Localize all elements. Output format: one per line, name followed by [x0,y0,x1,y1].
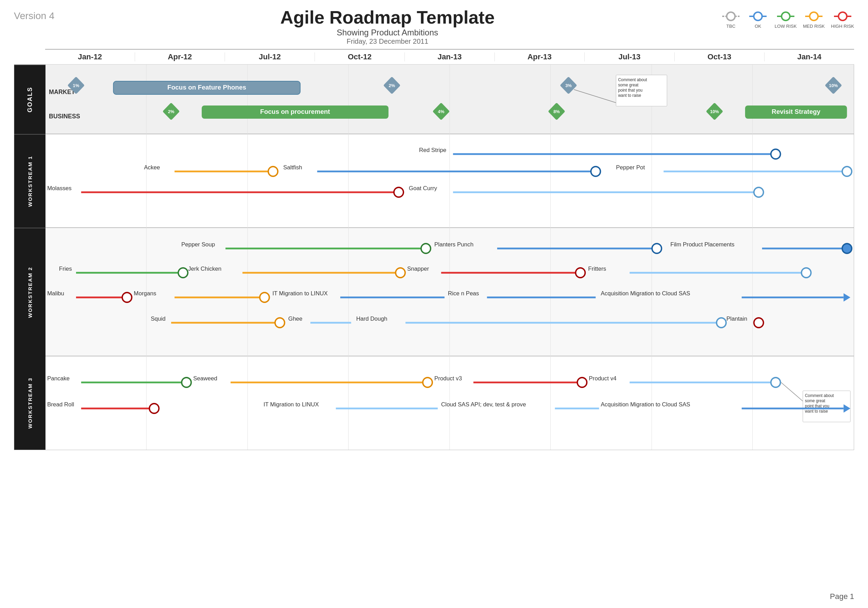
svg-text:Fritters: Fritters [588,266,606,272]
svg-point-121 [423,377,432,387]
timeline-col-apr13: Apr-13 [495,53,585,62]
ws3-label: WORKSTREAM 3 [14,356,45,450]
med-risk-icon [803,11,824,22]
svg-point-80 [842,244,852,253]
legend: TBC OK LOW RISK [721,11,854,29]
svg-point-62 [591,167,600,176]
version-label: Version 4 [14,11,54,22]
svg-point-92 [801,268,811,278]
svg-point-95 [122,292,132,302]
svg-point-74 [421,244,431,253]
svg-point-77 [652,244,662,253]
high-risk-label: HIGH RISK [831,23,854,29]
svg-text:Comment about: Comment about [618,77,647,82]
svg-text:some great: some great [618,83,639,87]
svg-text:want to raise: want to raise [804,409,828,414]
ws1-label: WORKSTREAM 1 [14,134,45,227]
chart-svg: .gl { stroke:#e0e0e0; stroke-width:1; } … [45,65,854,450]
svg-text:Ghee: Ghee [288,316,302,322]
page: Version 4 Agile Roadmap Template Showing… [0,0,868,608]
svg-text:Hard Dough: Hard Dough [356,316,388,322]
svg-point-56 [771,149,780,159]
svg-text:IT Migration to LINUX: IT Migration to LINUX [264,401,319,408]
svg-text:Product v3: Product v3 [434,375,462,382]
legend-ok: OK [747,11,768,29]
svg-text:Pepper Soup: Pepper Soup [181,241,215,248]
svg-text:Film Product Placements: Film Product Placements [670,241,735,248]
svg-point-108 [275,318,284,328]
timeline-col-jan14: Jan-14 [764,53,854,62]
svg-text:1%: 1% [73,83,79,88]
svg-text:Molasses: Molasses [47,185,71,192]
svg-text:want to raise: want to raise [618,93,641,98]
svg-point-68 [394,187,403,197]
ok-icon [747,11,768,22]
legend-low-risk: LOW RISK [775,11,797,29]
svg-point-1 [727,12,735,20]
legend-med-risk: MED RISK [803,11,825,29]
timeline-col-jul13: Jul-13 [585,53,674,62]
svg-point-98 [260,292,269,302]
svg-text:2%: 2% [168,109,175,114]
high-risk-icon [832,11,853,22]
svg-text:Goat Curry: Goat Curry [409,185,437,192]
main-title: Agile Roadmap Template [54,7,721,28]
svg-text:10%: 10% [710,109,719,114]
svg-point-5 [781,12,790,20]
ok-label: OK [755,23,761,29]
svg-text:Snapper: Snapper [407,266,429,272]
svg-point-86 [395,268,405,278]
subtitle: Showing Product Ambitions [54,28,721,37]
svg-text:Cloud SAS API; dev, test & pro: Cloud SAS API; dev, test & prove [441,401,526,408]
svg-point-127 [771,377,780,387]
svg-text:Bread Roll: Bread Roll [47,401,74,408]
svg-text:4%: 4% [438,109,445,114]
svg-text:Acquisition Migration to Cloud: Acquisition Migration to Cloud SAS [601,290,690,297]
svg-point-113 [717,318,726,328]
svg-text:Plantain: Plantain [726,316,747,322]
svg-text:Acquisition Migration to Cloud: Acquisition Migration to Cloud SAS [601,401,690,408]
svg-point-83 [178,268,188,278]
svg-text:3%: 3% [565,83,572,88]
legend-high-risk: HIGH RISK [831,11,854,29]
svg-text:BUSINESS: BUSINESS [49,113,80,120]
svg-text:Rice n Peas: Rice n Peas [448,290,479,297]
low-risk-icon [775,11,796,22]
timeline-col-jan12: Jan-12 [45,53,135,62]
svg-text:Red Stripe: Red Stripe [419,147,446,153]
svg-point-118 [181,377,191,387]
tbc-label: TBC [726,23,735,29]
svg-text:Fries: Fries [59,266,72,272]
timeline-header: Jan-12 Apr-12 Jul-12 Oct-12 Jan-13 Apr-1… [45,49,854,65]
svg-point-65 [842,167,852,176]
svg-text:Focus on procurement: Focus on procurement [260,108,330,115]
svg-text:Morgans: Morgans [134,290,156,297]
svg-text:8%: 8% [553,109,560,114]
page-number: Page 1 [830,592,854,601]
svg-text:point that you: point that you [618,88,642,93]
svg-text:Pancake: Pancake [47,375,70,382]
svg-text:IT Migration to LINUX: IT Migration to LINUX [272,290,327,297]
timeline-col-oct13: Oct-13 [674,53,764,62]
goals-label: GOALS [14,65,45,134]
timeline-col-jul12: Jul-12 [225,53,315,62]
tbc-icon [721,11,741,22]
svg-text:Saltfish: Saltfish [283,164,302,171]
timeline-col-apr12: Apr-12 [135,53,225,62]
legend-tbc: TBC [721,11,741,29]
svg-text:Revisit Strategy: Revisit Strategy [772,108,821,115]
main-content: GOALS WORKSTREAM 1 WORKSTREAM 2 WORKSTRE… [14,65,854,450]
svg-text:Pepper Pot: Pepper Pot [616,164,645,171]
svg-point-71 [754,187,763,197]
chart-area: .gl { stroke:#e0e0e0; stroke-width:1; } … [45,65,854,450]
timeline-col-jan13: Jan-13 [405,53,495,62]
svg-point-9 [839,12,847,20]
svg-text:Jerk Chicken: Jerk Chicken [188,266,222,272]
svg-text:some great: some great [805,398,825,403]
svg-point-59 [268,167,278,176]
svg-text:Planters Punch: Planters Punch [434,241,474,248]
header: Version 4 Agile Roadmap Template Showing… [14,7,854,45]
svg-text:Seaweed: Seaweed [193,375,217,382]
med-risk-label: MED RISK [803,23,825,29]
svg-point-7 [810,12,818,20]
